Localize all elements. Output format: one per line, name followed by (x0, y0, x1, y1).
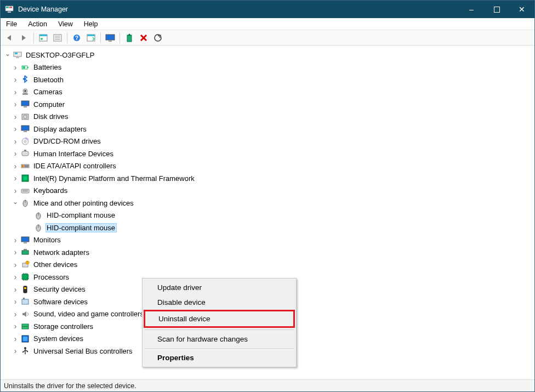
ctx-uninstall-device[interactable]: Uninstall device (145, 311, 293, 326)
caret-icon[interactable] (12, 322, 19, 331)
caret-icon[interactable] (12, 100, 19, 109)
category-node[interactable]: Bluetooth (1, 73, 534, 86)
svg-rect-55 (24, 242, 27, 243)
caret-icon[interactable] (12, 174, 19, 183)
svg-rect-34 (21, 126, 29, 130)
svg-rect-6 (39, 35, 47, 36)
caret-icon[interactable] (12, 248, 19, 257)
menu-help[interactable]: Help (78, 19, 104, 29)
root-label[interactable]: DESKTOP-O3FGFLP (25, 50, 96, 60)
help-button[interactable]: ? (70, 32, 83, 44)
category-label[interactable]: DVD/CD-ROM drives (32, 137, 103, 146)
category-node[interactable]: Monitors (1, 234, 534, 247)
properties-button[interactable] (51, 32, 64, 44)
ctx-scan-hardware[interactable]: Scan for hardware changes (144, 332, 294, 346)
category-label[interactable]: Computer (32, 100, 66, 109)
device-tree[interactable]: DESKTOP-O3FGFLP Batteries Bluetooth Came… (1, 46, 534, 379)
category-label[interactable]: Display adapters (32, 124, 88, 134)
svg-point-7 (41, 38, 43, 40)
monitor-toolbar-icon[interactable] (104, 32, 117, 44)
svg-rect-39 (24, 150, 26, 151)
maximize-button[interactable] (484, 1, 509, 18)
svg-rect-54 (21, 237, 29, 242)
status-bar: Uninstalls the driver for the selected d… (1, 379, 534, 391)
category-label[interactable]: Network adapters (32, 248, 91, 257)
caret-icon[interactable] (12, 63, 19, 72)
caret-icon[interactable] (12, 75, 19, 84)
ctx-disable-device[interactable]: Disable device (144, 295, 294, 310)
back-button[interactable] (3, 32, 16, 44)
category-label[interactable]: Bluetooth (32, 75, 65, 84)
forward-button[interactable] (18, 32, 31, 44)
caret-icon[interactable] (12, 260, 19, 269)
caret-icon[interactable] (12, 112, 19, 121)
view-button[interactable] (84, 32, 98, 44)
category-node[interactable]: Computer (1, 98, 534, 111)
caret-icon[interactable] (12, 199, 19, 207)
category-label[interactable]: Batteries (32, 63, 63, 72)
category-label[interactable]: Storage controllers (32, 322, 95, 331)
category-label[interactable]: Security devices (32, 285, 87, 294)
close-button[interactable]: ✕ (509, 1, 534, 18)
category-label[interactable]: Sound, video and game controllers (32, 309, 145, 319)
category-node[interactable]: Human Interface Devices (1, 147, 534, 160)
caret-icon[interactable] (12, 162, 19, 171)
menu-view[interactable]: View (53, 19, 78, 29)
category-label[interactable]: Monitors (32, 235, 62, 245)
category-label[interactable]: Intel(R) Dynamic Platform and Thermal Fr… (32, 174, 196, 183)
ctx-properties[interactable]: Properties (144, 350, 294, 365)
uninstall-toolbar-button[interactable] (137, 32, 150, 44)
caret-icon[interactable] (12, 88, 19, 96)
device-label[interactable]: HID-compliant mouse (45, 223, 117, 232)
category-node[interactable]: Keyboards (1, 185, 534, 197)
menu-file[interactable]: File (1, 19, 22, 29)
category-node[interactable]: Batteries (1, 61, 534, 74)
camera-icon (20, 87, 30, 97)
root-node[interactable]: DESKTOP-O3FGFLP (1, 49, 534, 61)
category-node[interactable]: DVD/CD-ROM drives (1, 135, 534, 148)
category-node[interactable]: Cameras (1, 86, 534, 99)
caret-icon[interactable] (4, 51, 12, 59)
caret-icon[interactable] (12, 186, 19, 195)
device-node[interactable]: HID-compliant mouse (1, 221, 534, 234)
caret-icon[interactable] (12, 334, 19, 343)
menu-action[interactable]: Action (22, 19, 53, 29)
caret-icon[interactable] (12, 124, 19, 133)
category-label[interactable]: IDE ATA/ATAPI controllers (32, 161, 118, 171)
caret-icon[interactable] (12, 137, 19, 146)
category-node[interactable]: ! Other devices (1, 259, 534, 271)
category-label[interactable]: Human Interface Devices (32, 149, 115, 158)
category-node[interactable]: Mice and other pointing devices (1, 197, 534, 209)
category-label[interactable]: Universal Serial Bus controllers (32, 346, 134, 356)
caret-icon[interactable] (12, 346, 19, 355)
category-label[interactable]: System devices (32, 334, 85, 343)
caret-icon[interactable] (12, 236, 19, 245)
category-label[interactable]: Disk drives (32, 112, 70, 121)
svg-rect-1 (6, 7, 9, 8)
category-label[interactable]: Cameras (32, 87, 64, 96)
category-label[interactable]: Mice and other pointing devices (32, 198, 135, 208)
category-node[interactable]: Disk drives (1, 111, 534, 123)
scan-toolbar-button[interactable] (151, 32, 164, 44)
category-label[interactable]: Other devices (32, 260, 79, 269)
category-node[interactable]: Display adapters (1, 123, 534, 135)
minimize-button[interactable]: – (459, 1, 484, 18)
device-label[interactable]: HID-compliant mouse (45, 211, 117, 220)
ctx-update-driver[interactable]: Update driver (144, 280, 294, 295)
category-label[interactable]: Software devices (32, 297, 89, 306)
category-label[interactable]: Processors (32, 272, 71, 282)
title-bar[interactable]: Device Manager – ✕ (1, 1, 534, 18)
caret-icon[interactable] (12, 149, 19, 158)
category-node[interactable]: Network adapters (1, 246, 534, 259)
update-driver-button[interactable] (123, 32, 136, 44)
svg-rect-21 (15, 53, 18, 54)
caret-icon[interactable] (12, 272, 19, 281)
category-label[interactable]: Keyboards (32, 186, 69, 195)
show-hidden-button[interactable] (37, 32, 50, 44)
caret-icon[interactable] (12, 285, 19, 294)
device-node[interactable]: HID-compliant mouse (1, 209, 534, 222)
category-node[interactable]: Intel(R) Dynamic Platform and Thermal Fr… (1, 172, 534, 185)
category-node[interactable]: IDE ATA/ATAPI controllers (1, 160, 534, 173)
caret-icon[interactable] (12, 310, 19, 319)
caret-icon[interactable] (12, 297, 19, 306)
